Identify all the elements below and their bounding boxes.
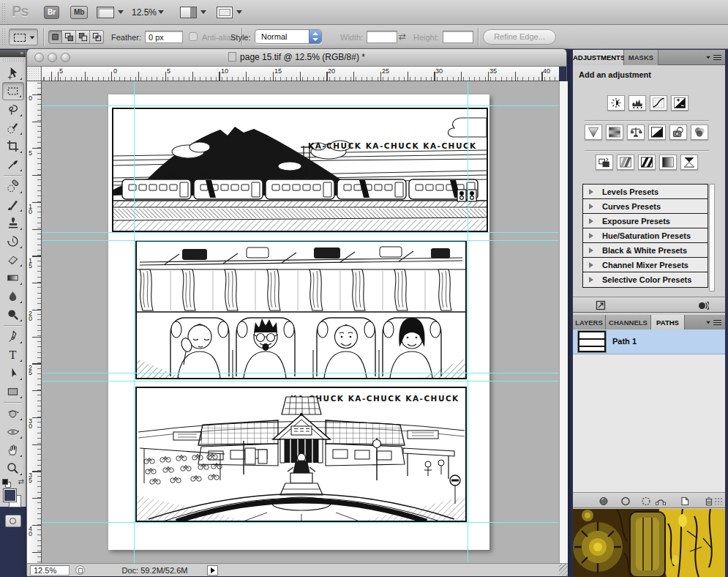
disclosure-triangle-icon[interactable] <box>589 204 593 209</box>
preset-group-row[interactable]: Selective Color Presets <box>583 272 708 287</box>
vibrance-adjustment-icon[interactable] <box>585 124 602 140</box>
refine-edge-button[interactable]: Refine Edge... <box>483 29 556 45</box>
preset-scrollbar-track[interactable] <box>709 184 715 291</box>
style-dropdown[interactable]: Normal <box>255 29 322 44</box>
panel-menu-icon[interactable] <box>705 319 721 327</box>
crop-tool[interactable] <box>2 137 24 155</box>
levels-adjustment-icon[interactable] <box>628 95 646 111</box>
color-balance-adjustment-icon[interactable] <box>627 124 645 140</box>
view-extras-dropdown-arrow[interactable] <box>118 10 124 14</box>
arrange-documents-dropdown-arrow[interactable] <box>200 10 206 14</box>
tab-paths[interactable]: PATHS <box>651 315 685 330</box>
preset-group-row[interactable]: Curves Presets <box>583 199 708 214</box>
dodge-tool[interactable] <box>2 305 24 324</box>
brightness-contrast-adjustment-icon[interactable] <box>607 95 625 111</box>
launch-mini-bridge-button[interactable]: Mb <box>70 6 88 19</box>
tool-preset-picker[interactable] <box>9 29 38 45</box>
guide-horizontal[interactable] <box>42 381 559 381</box>
guide-horizontal[interactable] <box>42 522 559 523</box>
paths-empty-area[interactable] <box>573 354 725 492</box>
zoom-level-field[interactable]: 12.5% <box>132 7 157 18</box>
delete-path-icon[interactable] <box>703 495 715 507</box>
foreground-color-swatch[interactable] <box>3 488 17 502</box>
view-extras-icon[interactable] <box>97 7 114 18</box>
stroke-path-icon[interactable] <box>620 495 631 507</box>
new-path-icon[interactable] <box>679 495 691 507</box>
type-tool[interactable]: T <box>2 346 24 364</box>
blur-tool[interactable] <box>2 287 24 305</box>
photo-filter-adjustment-icon[interactable] <box>669 124 687 140</box>
panel-resize-grip[interactable] <box>714 497 723 505</box>
add-to-selection-button[interactable] <box>62 30 76 44</box>
swap-width-height-icon[interactable]: ⇄ <box>399 31 406 42</box>
feather-input[interactable] <box>145 31 183 43</box>
appbar-grip[interactable] <box>1 3 7 22</box>
guide-vertical[interactable] <box>468 81 468 563</box>
invert-adjustment-icon[interactable] <box>596 155 613 170</box>
curves-adjustment-icon[interactable] <box>650 95 667 111</box>
optionsbar-grip[interactable] <box>1 28 7 46</box>
preset-group-row[interactable]: Hue/Saturation Presets <box>583 228 708 243</box>
disclosure-triangle-icon[interactable] <box>589 247 593 253</box>
vertical-ruler[interactable]: 0510152025303540 <box>27 81 42 563</box>
quick-selection-tool[interactable] <box>2 119 24 137</box>
window-resize-grip[interactable] <box>559 563 568 576</box>
path-list-item[interactable]: Path 1 <box>573 330 725 354</box>
black-white-adjustment-icon[interactable] <box>648 124 666 140</box>
selective-color-adjustment-icon[interactable] <box>680 155 698 170</box>
document-titlebar[interactable]: page 15.tif @ 12.5% (RGB/8#) * <box>27 49 566 67</box>
lasso-tool[interactable] <box>2 100 24 119</box>
channel-mixer-adjustment-icon[interactable] <box>691 124 708 140</box>
screen-mode-dropdown-arrow[interactable] <box>236 10 242 14</box>
panel-menu-icon[interactable] <box>705 54 721 62</box>
arrange-documents-icon[interactable] <box>180 7 197 18</box>
screen-mode-icon[interactable] <box>217 7 233 18</box>
vertical-scrollbar[interactable] <box>559 81 568 563</box>
hue-saturation-adjustment-icon[interactable] <box>606 124 623 140</box>
width-input[interactable] <box>367 31 397 43</box>
swap-colors-icon[interactable]: ⇄ <box>18 477 24 485</box>
gradient-map-adjustment-icon[interactable] <box>659 155 677 170</box>
move-tool[interactable] <box>2 64 24 82</box>
tab-channels[interactable]: CHANNELS <box>606 315 651 330</box>
clone-stamp-tool[interactable] <box>2 214 24 232</box>
preset-group-row[interactable]: Black & White Presets <box>583 243 708 258</box>
expanded-view-icon[interactable] <box>595 299 607 311</box>
anti-alias-checkbox[interactable] <box>189 32 198 41</box>
tab-layers[interactable]: LAYERS <box>573 315 606 330</box>
height-input[interactable] <box>443 31 473 43</box>
exposure-adjustment-icon[interactable] <box>671 95 688 111</box>
clip-to-layer-icon[interactable] <box>697 299 709 311</box>
rectangle-shape-tool[interactable] <box>2 382 24 401</box>
eraser-tool[interactable] <box>2 250 24 269</box>
document-page[interactable]: KA-CHUCK KA-CHUCK KA-CHUCK <box>108 94 489 550</box>
canvas-area[interactable]: KA-CHUCK KA-CHUCK KA-CHUCK <box>42 81 559 563</box>
status-menu-button[interactable] <box>207 565 218 576</box>
toolbar-collapse-header[interactable]: » <box>0 50 26 57</box>
default-colors-icon[interactable] <box>2 479 11 488</box>
rectangular-marquee-tool[interactable] <box>2 82 24 100</box>
zoom-tool[interactable] <box>2 459 24 477</box>
threshold-adjustment-icon[interactable] <box>638 155 656 170</box>
pen-tool[interactable] <box>2 327 24 346</box>
path-thumbnail[interactable] <box>578 331 606 352</box>
3d-rotate-tool[interactable] <box>2 404 24 422</box>
history-brush-tool[interactable] <box>2 232 24 250</box>
status-preview-icon[interactable] <box>75 565 85 575</box>
disclosure-triangle-icon[interactable] <box>589 233 593 239</box>
load-path-as-selection-icon[interactable] <box>640 495 652 507</box>
guide-horizontal[interactable] <box>42 105 559 106</box>
guide-vertical[interactable] <box>134 81 135 563</box>
intersect-selection-button[interactable] <box>90 30 104 44</box>
make-work-path-icon[interactable] <box>655 495 667 507</box>
quick-mask-button[interactable] <box>5 515 21 527</box>
disclosure-triangle-icon[interactable] <box>589 218 593 224</box>
tab-masks[interactable]: MASKS <box>624 50 658 65</box>
disclosure-triangle-icon[interactable] <box>589 189 593 195</box>
preset-group-row[interactable]: Channel Mixer Presets <box>583 258 708 272</box>
guide-horizontal[interactable] <box>42 232 559 233</box>
preset-group-row[interactable]: Exposure Presets <box>583 214 708 228</box>
3d-orbit-tool[interactable] <box>2 422 24 441</box>
tab-adjustments[interactable]: ADJUSTMENTS <box>573 50 624 65</box>
status-zoom-field[interactable]: 12.5% <box>30 565 70 576</box>
